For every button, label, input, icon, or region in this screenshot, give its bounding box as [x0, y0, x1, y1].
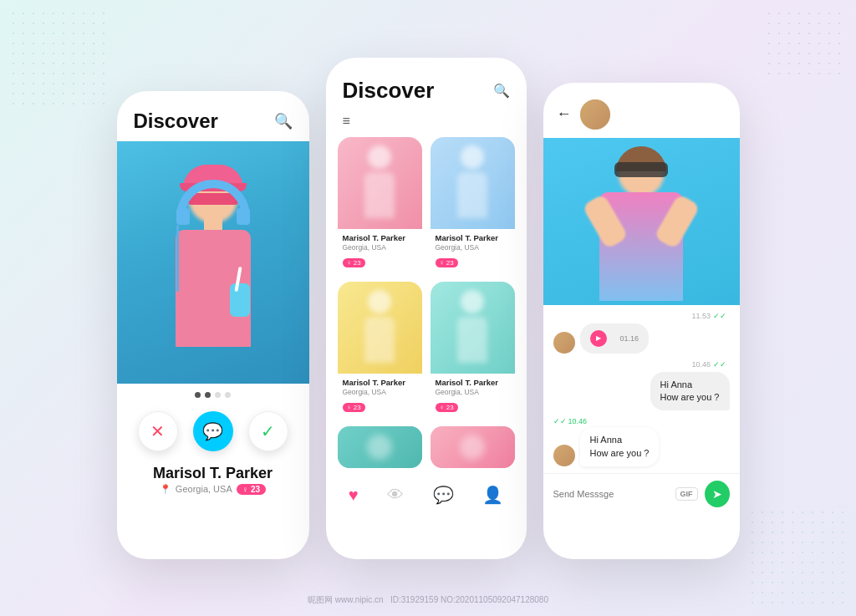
- dot-4: [225, 392, 231, 398]
- location-pin-icon: 📍: [160, 484, 171, 495]
- sender-avatar-left: [553, 445, 575, 466]
- decorative-dots-br: [747, 507, 848, 608]
- card-age-2: ♀ 23: [436, 258, 458, 267]
- chat-header: ←: [543, 83, 740, 138]
- profile-location: 📍 Georgia, USA ♀ 23: [117, 484, 309, 501]
- check-icon: ✓✓: [553, 417, 567, 425]
- gif-button[interactable]: GIF: [675, 487, 698, 501]
- headphone-cord: [176, 225, 179, 292]
- chat-button[interactable]: 💬: [193, 411, 233, 451]
- left-message-section: ✓✓ 10.46 Hi Anna How are you ?: [553, 417, 730, 466]
- phone2-title: Discover: [343, 78, 435, 104]
- nav-discover-icon[interactable]: 👁: [387, 486, 404, 505]
- card-loc-4: Georgia, USA: [436, 388, 510, 396]
- nav-likes-icon[interactable]: ♥: [349, 486, 359, 505]
- phone-chat: ← 1: [543, 83, 740, 559]
- card-loc-1: Georgia, USA: [343, 243, 417, 252]
- chat-profile-image: [543, 138, 740, 305]
- send-button[interactable]: ➤: [705, 481, 730, 507]
- profile-image-card: [117, 141, 309, 384]
- discover-grid: Marisol T. Parker Georgia, USA ♀ 23 Mari…: [326, 137, 527, 419]
- phone2-header: Discover 🔍: [326, 58, 527, 110]
- message-row-right: Hi Anna Hi Anna How are you ? How are yo…: [553, 372, 730, 411]
- filter-icon[interactable]: ≡: [343, 114, 350, 129]
- phones-container: Discover 🔍: [117, 58, 740, 559]
- location-text: Georgia, USA: [176, 484, 232, 494]
- card-age-3: ♀ 23: [343, 403, 365, 412]
- decorative-dots-tr: [764, 8, 848, 75]
- partial-row: [326, 426, 527, 468]
- audio-message: ▶ 01.16: [580, 323, 650, 354]
- image-dots-indicator: [117, 384, 309, 405]
- message-bubble-left: Hi Anna How are you ?: [580, 427, 660, 466]
- phone-discover-grid: Discover 🔍 ≡ Marisol T. Parker Georgia, …: [326, 58, 527, 559]
- dislike-button[interactable]: ✕: [138, 411, 178, 451]
- card-image-2: [431, 137, 515, 229]
- card-image-4: [431, 282, 515, 374]
- grid-card-1[interactable]: Marisol T. Parker Georgia, USA ♀ 23: [338, 137, 422, 273]
- card-age-1: ♀ 23: [343, 258, 365, 267]
- headphone-right: [237, 208, 250, 225]
- timestamp-2: 10.46 ✓✓: [553, 360, 730, 369]
- partial-card-2: [431, 426, 515, 468]
- nav-chat-icon[interactable]: 💬: [433, 485, 454, 505]
- decorative-dots-tl: [8, 8, 109, 109]
- grid-card-2[interactable]: Marisol T. Parker Georgia, USA ♀ 23: [431, 137, 515, 273]
- card-name-3: Marisol T. Parker: [343, 378, 417, 388]
- card-loc-2: Georgia, USA: [436, 243, 510, 252]
- audio-play-button[interactable]: ▶: [590, 330, 607, 347]
- drink-can: [230, 283, 250, 317]
- back-button[interactable]: ←: [557, 105, 572, 123]
- msg-text-left-1: Hi Anna: [590, 434, 650, 446]
- bottom-nav: ♥ 👁 💬 👤: [326, 475, 527, 512]
- phone-discover-card: Discover 🔍: [117, 91, 309, 559]
- phone1-header: Discover 🔍: [117, 91, 309, 141]
- filter-bar: ≡: [326, 110, 527, 137]
- card-age-4: ♀ 23: [436, 403, 458, 412]
- dot-1: [195, 392, 201, 398]
- partial-card-1: [338, 426, 422, 468]
- age-badge: ♀ 23: [237, 484, 266, 495]
- msg-text-right-1: Hi Anna: [660, 379, 720, 391]
- audio-duration: 01.16: [620, 334, 639, 343]
- timestamp-1: 11.53 ✓✓: [553, 312, 730, 320]
- read-receipt: ✓✓ 10.46: [553, 417, 730, 425]
- chat-messages: 11.53 ✓✓ ▶ 01.16 10.46 ✓✓: [543, 312, 740, 467]
- dot-2: [205, 392, 211, 398]
- card-image-3: [338, 282, 422, 374]
- card-loc-3: Georgia, USA: [343, 388, 417, 396]
- nav-profile-icon[interactable]: 👤: [482, 485, 503, 505]
- search-icon-2[interactable]: 🔍: [493, 83, 510, 99]
- card-name-1: Marisol T. Parker: [343, 233, 417, 243]
- msg-text-left-2: How are you ?: [590, 447, 650, 460]
- card-name-4: Marisol T. Parker: [436, 378, 510, 388]
- grid-card-3[interactable]: Marisol T. Parker Georgia, USA ♀ 23: [338, 282, 422, 418]
- phone1-title: Discover: [134, 109, 218, 133]
- message-row-left: Hi Anna How are you ?: [553, 427, 730, 466]
- message-row-audio: ▶ 01.16: [553, 323, 730, 354]
- sender-avatar-audio: [553, 332, 575, 354]
- card-name-2: Marisol T. Parker: [436, 233, 510, 243]
- headphone-left: [176, 208, 190, 225]
- dot-3: [215, 392, 221, 398]
- msg-text-right-hw: How are you ?: [660, 391, 720, 404]
- grid-card-4[interactable]: Marisol T. Parker Georgia, USA ♀ 23: [431, 282, 515, 418]
- like-button[interactable]: ✓: [248, 411, 288, 451]
- action-buttons: ✕ 💬 ✓: [117, 405, 309, 461]
- card-image-1: [338, 137, 422, 229]
- profile-name: Marisol T. Parker: [117, 461, 309, 484]
- search-icon[interactable]: 🔍: [274, 112, 293, 130]
- message-input[interactable]: [553, 489, 669, 499]
- chat-input-bar: GIF ➤: [543, 473, 740, 517]
- message-bubble-right: Hi Anna Hi Anna How are you ? How are yo…: [650, 372, 730, 411]
- chat-avatar: [580, 99, 610, 130]
- watermark: 昵图网 www.nipic.cn ID:31929159 NO:20201105…: [0, 594, 856, 606]
